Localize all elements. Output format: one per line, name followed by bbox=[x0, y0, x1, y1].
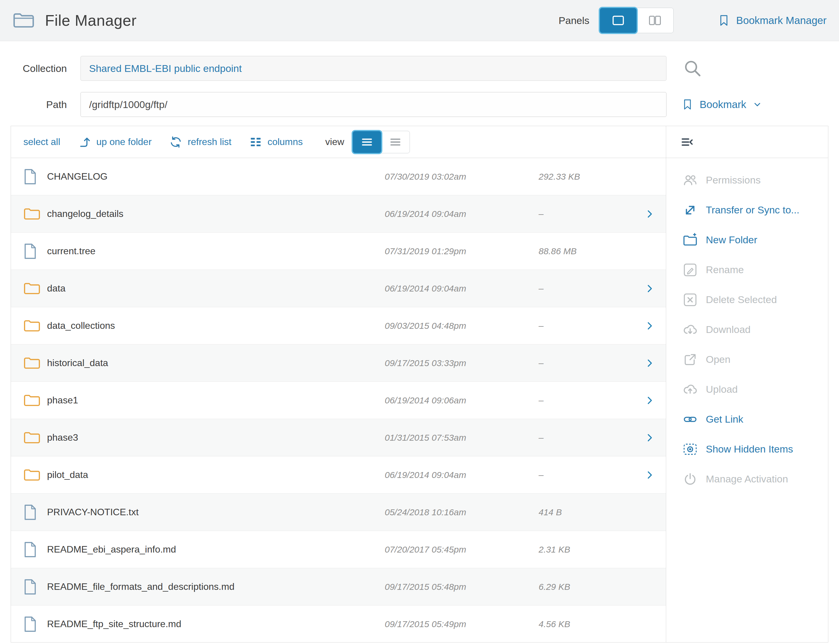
open-icon bbox=[683, 352, 698, 367]
file-row[interactable]: phase3 01/31/2015 07:53am – bbox=[11, 419, 666, 457]
file-modified: 09/17/2015 03:33pm bbox=[385, 358, 539, 368]
collapse-panel-icon[interactable] bbox=[680, 136, 695, 149]
file-row[interactable]: data_collections 09/03/2015 04:48pm – bbox=[11, 307, 666, 345]
bookmark-manager-label: Bookmark Manager bbox=[736, 15, 827, 26]
file-row[interactable]: changelog_details 06/19/2014 09:04am – bbox=[11, 196, 666, 233]
file-row[interactable]: README_ebi_aspera_info.md 07/20/2017 05:… bbox=[11, 531, 666, 568]
file-row[interactable]: historical_data 09/17/2015 03:33pm – bbox=[11, 345, 666, 382]
collection-input[interactable] bbox=[80, 56, 667, 81]
file-manager-icon bbox=[12, 11, 35, 30]
select-all-label: select all bbox=[23, 136, 61, 147]
list-view-icon bbox=[360, 136, 373, 148]
upload-icon bbox=[683, 382, 698, 397]
file-size: 6.29 KB bbox=[539, 582, 633, 592]
file-name: historical_data bbox=[42, 358, 385, 368]
folder-icon bbox=[11, 281, 42, 296]
sidebar-action-new-folder[interactable]: New Folder bbox=[666, 225, 828, 255]
folder-icon bbox=[11, 393, 42, 407]
sidebar-action-upload: Upload bbox=[666, 375, 828, 404]
chevron-right-icon bbox=[645, 470, 655, 480]
action-label: Upload bbox=[706, 384, 738, 395]
file-modified: 06/19/2014 09:04am bbox=[385, 470, 539, 480]
chevron-right-icon bbox=[645, 209, 655, 219]
chevron-right-icon bbox=[645, 433, 655, 443]
columns-button[interactable]: columns bbox=[249, 136, 303, 149]
sidebar-action-show-hidden-items[interactable]: Show Hidden Items bbox=[666, 434, 828, 464]
file-name: README_ftp_site_structure.md bbox=[42, 619, 385, 629]
bookmark-manager-link[interactable]: Bookmark Manager bbox=[718, 12, 827, 28]
file-row[interactable]: README_ftp_site_structure.md 09/17/2015 … bbox=[11, 606, 666, 642]
refresh-list-button[interactable]: refresh list bbox=[169, 136, 232, 149]
open-folder-chevron[interactable] bbox=[633, 395, 666, 406]
file-icon bbox=[11, 578, 42, 595]
bookmark-button[interactable]: Bookmark bbox=[682, 97, 762, 112]
folder-icon bbox=[11, 207, 42, 221]
sidebar-action-open: Open bbox=[666, 345, 828, 375]
file-size: – bbox=[539, 433, 633, 443]
file-row[interactable]: current.tree 07/31/2019 01:29pm 88.86 MB bbox=[11, 233, 666, 270]
open-folder-chevron[interactable] bbox=[633, 358, 666, 368]
open-folder-chevron[interactable] bbox=[633, 209, 666, 219]
chevron-right-icon bbox=[645, 321, 655, 331]
file-row[interactable]: phase1 06/19/2014 09:06am – bbox=[11, 382, 666, 419]
panels-toggle bbox=[599, 8, 673, 33]
file-modified: 07/30/2019 03:02am bbox=[385, 172, 539, 182]
sidebar-action-delete-selected: Delete Selected bbox=[666, 285, 828, 315]
refresh-icon bbox=[169, 136, 182, 149]
action-label: Download bbox=[706, 324, 750, 335]
file-name: PRIVACY-NOTICE.txt bbox=[42, 507, 385, 518]
download-icon bbox=[683, 322, 698, 337]
action-panel: Permissions Transfer or Sync to... New F… bbox=[666, 126, 828, 642]
power-icon bbox=[683, 472, 698, 486]
file-icon bbox=[11, 243, 42, 260]
file-name: CHANGELOG bbox=[42, 171, 385, 182]
file-name: changelog_details bbox=[42, 209, 385, 219]
chevron-right-icon bbox=[645, 395, 655, 406]
file-name: README_file_formats_and_descriptions.md bbox=[42, 581, 385, 592]
up-one-folder-button[interactable]: up one folder bbox=[78, 136, 152, 149]
file-modified: 07/31/2019 01:29pm bbox=[385, 246, 539, 256]
file-row[interactable]: data 06/19/2014 09:04am – bbox=[11, 270, 666, 307]
list-view-button[interactable] bbox=[353, 131, 381, 153]
file-size: 2.31 KB bbox=[539, 545, 633, 555]
refresh-list-label: refresh list bbox=[188, 136, 232, 147]
open-folder-chevron[interactable] bbox=[633, 284, 666, 294]
file-browser: select all up one folder refresh list co… bbox=[11, 126, 828, 642]
file-icon bbox=[11, 168, 42, 185]
sidebar-action-get-link[interactable]: Get Link bbox=[666, 404, 828, 434]
view-control: view bbox=[325, 131, 410, 153]
file-name: phase3 bbox=[42, 432, 385, 443]
file-row[interactable]: README_file_formats_and_descriptions.md … bbox=[11, 568, 666, 606]
file-row[interactable]: CHANGELOG 07/30/2019 03:02am 292.33 KB bbox=[11, 158, 666, 196]
transfer-icon bbox=[683, 203, 698, 217]
search-icon[interactable] bbox=[683, 59, 702, 78]
select-all-button[interactable]: select all bbox=[23, 136, 61, 147]
people-icon bbox=[683, 173, 698, 187]
bookmark-icon bbox=[718, 12, 730, 28]
action-label: Show Hidden Items bbox=[706, 444, 793, 455]
file-row[interactable]: pilot_data 06/19/2014 09:04am – bbox=[11, 457, 666, 494]
action-label: Manage Activation bbox=[706, 473, 788, 485]
dual-panel-button[interactable] bbox=[637, 8, 673, 33]
file-name: pilot_data bbox=[42, 469, 385, 480]
single-panel-button[interactable] bbox=[600, 8, 637, 33]
file-modified: 01/31/2015 07:53am bbox=[385, 433, 539, 443]
columns-icon bbox=[249, 136, 262, 149]
delete-icon bbox=[683, 292, 698, 307]
sidebar-action-transfer-or-sync-to[interactable]: Transfer or Sync to... bbox=[666, 195, 828, 225]
compact-view-button[interactable] bbox=[381, 131, 410, 153]
open-folder-chevron[interactable] bbox=[633, 433, 666, 443]
chevron-down-icon bbox=[753, 100, 762, 109]
action-panel-header bbox=[666, 126, 828, 158]
file-size: – bbox=[539, 321, 633, 331]
open-folder-chevron[interactable] bbox=[633, 470, 666, 480]
file-size: – bbox=[539, 209, 633, 219]
link-icon bbox=[683, 412, 698, 427]
path-input[interactable] bbox=[80, 92, 667, 117]
sidebar-action-download: Download bbox=[666, 315, 828, 345]
open-folder-chevron[interactable] bbox=[633, 321, 666, 331]
file-modified: 09/17/2015 05:49pm bbox=[385, 619, 539, 629]
action-label: Rename bbox=[706, 264, 744, 276]
file-modified: 07/20/2017 05:45pm bbox=[385, 545, 539, 555]
file-row[interactable]: PRIVACY-NOTICE.txt 05/24/2018 10:16am 41… bbox=[11, 494, 666, 531]
